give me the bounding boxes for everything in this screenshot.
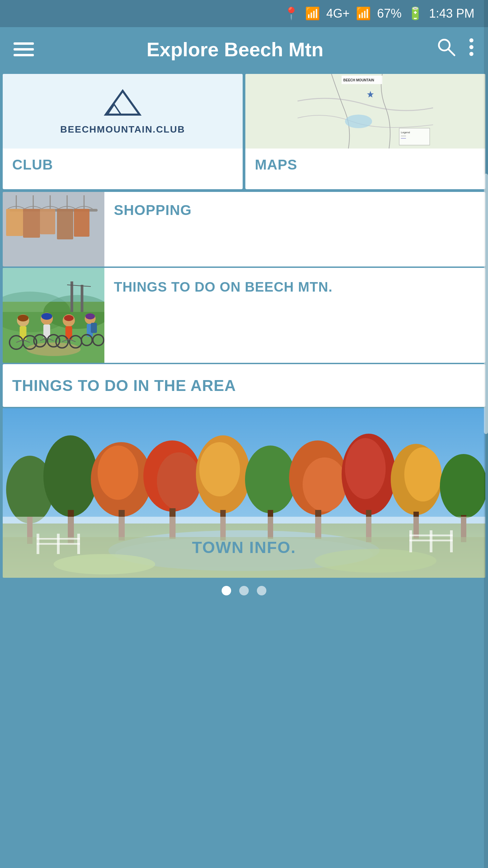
svg-point-3 xyxy=(469,45,473,49)
location-icon: 📍 xyxy=(284,6,299,21)
main-content: BEECHMOUNTAIN.CLUB CLUB xyxy=(0,71,488,606)
map-svg: Legend BEECH MOUNTAIN xyxy=(245,74,485,149)
maps-card-image: Legend BEECH MOUNTAIN xyxy=(245,74,485,149)
carousel-indicator xyxy=(0,579,488,606)
carousel-dot-1[interactable] xyxy=(222,586,231,595)
svg-point-46 xyxy=(41,313,52,320)
svg-point-60 xyxy=(85,313,95,319)
things-beech-card[interactable]: THINGS TO DO ON BEECH MTN. xyxy=(3,268,485,363)
svg-point-94 xyxy=(440,454,485,518)
cyclists-image xyxy=(3,268,104,363)
town-info-overlay: TOWN INFO. xyxy=(3,517,485,578)
things-area-card[interactable]: THINGS TO DO IN THE AREA xyxy=(3,364,485,407)
scrollbar-track[interactable] xyxy=(484,0,488,868)
cyclists-svg xyxy=(3,268,104,363)
shopping-card[interactable]: SHOPPING xyxy=(3,192,485,267)
svg-point-81 xyxy=(199,442,240,496)
scrollbar-thumb[interactable] xyxy=(484,174,488,434)
app-title: Explore Beech Mtn xyxy=(44,38,426,61)
svg-point-72 xyxy=(43,435,98,517)
menu-button[interactable] xyxy=(14,42,34,56)
town-info-image: TOWN INFO. xyxy=(3,408,485,578)
clock: 1:43 PM xyxy=(429,6,474,21)
maps-card-label: MAPS xyxy=(245,149,485,180)
svg-rect-28 xyxy=(3,192,104,267)
svg-point-39 xyxy=(18,315,28,321)
carousel-dot-2[interactable] xyxy=(239,586,249,595)
town-info-label: TOWN INFO. xyxy=(192,538,296,557)
signal-icon: 📶 xyxy=(356,6,371,21)
svg-point-53 xyxy=(64,315,74,321)
battery-icon: 🔋 xyxy=(408,6,423,21)
svg-point-4 xyxy=(469,52,473,56)
club-card-label: CLUB xyxy=(3,149,243,180)
things-beech-card-image xyxy=(3,268,104,363)
things-area-label: THINGS TO DO IN THE AREA xyxy=(12,377,236,394)
club-card[interactable]: BEECHMOUNTAIN.CLUB CLUB xyxy=(3,74,243,189)
shopping-card-label: SHOPPING xyxy=(104,192,485,267)
maps-card[interactable]: Legend BEECH MOUNTAIN MAPS xyxy=(245,74,485,189)
clothes-rack-svg xyxy=(3,192,104,267)
svg-rect-33 xyxy=(3,268,104,302)
svg-line-1 xyxy=(448,49,454,55)
network-type: 4G+ xyxy=(326,6,350,21)
club-logo-text: BEECHMOUNTAIN.CLUB xyxy=(60,124,185,135)
svg-text:Legend: Legend xyxy=(401,131,410,134)
town-info-card[interactable]: TOWN INFO. xyxy=(3,408,485,578)
battery-level: 67% xyxy=(377,6,402,21)
svg-rect-62 xyxy=(91,323,97,333)
mountain-logo-svg xyxy=(96,87,150,121)
carousel-dot-3[interactable] xyxy=(257,586,266,595)
svg-point-86 xyxy=(303,457,347,512)
wifi-icon: 📶 xyxy=(305,6,320,21)
club-logo: BEECHMOUNTAIN.CLUB xyxy=(54,81,192,142)
search-button[interactable] xyxy=(436,37,456,61)
svg-point-75 xyxy=(98,446,138,500)
svg-point-2 xyxy=(469,38,473,42)
shopping-card-image xyxy=(3,192,104,267)
svg-point-8 xyxy=(345,115,372,128)
shopping-image-visual xyxy=(3,192,104,267)
top-card-row: BEECHMOUNTAIN.CLUB CLUB xyxy=(0,71,488,191)
things-beech-card-label: THINGS TO DO ON BEECH MTN. xyxy=(104,268,485,363)
status-icons: 📍 📶 4G+ 📶 67% 🔋 1:43 PM xyxy=(284,6,474,21)
status-bar: 📍 📶 4G+ 📶 67% 🔋 1:43 PM xyxy=(0,0,488,27)
svg-point-83 xyxy=(245,446,296,513)
app-bar: Explore Beech Mtn xyxy=(0,27,488,71)
svg-point-89 xyxy=(345,438,386,499)
svg-text:BEECH MOUNTAIN: BEECH MOUNTAIN xyxy=(343,78,374,82)
app-bar-actions xyxy=(436,37,474,61)
club-card-image: BEECHMOUNTAIN.CLUB xyxy=(3,74,243,149)
more-options-button[interactable] xyxy=(468,37,474,61)
svg-marker-5 xyxy=(106,91,140,115)
svg-point-92 xyxy=(404,447,442,501)
map-thumbnail: Legend BEECH MOUNTAIN xyxy=(245,74,485,149)
svg-point-78 xyxy=(157,452,201,510)
svg-rect-35 xyxy=(81,285,83,312)
svg-rect-34 xyxy=(70,281,73,312)
